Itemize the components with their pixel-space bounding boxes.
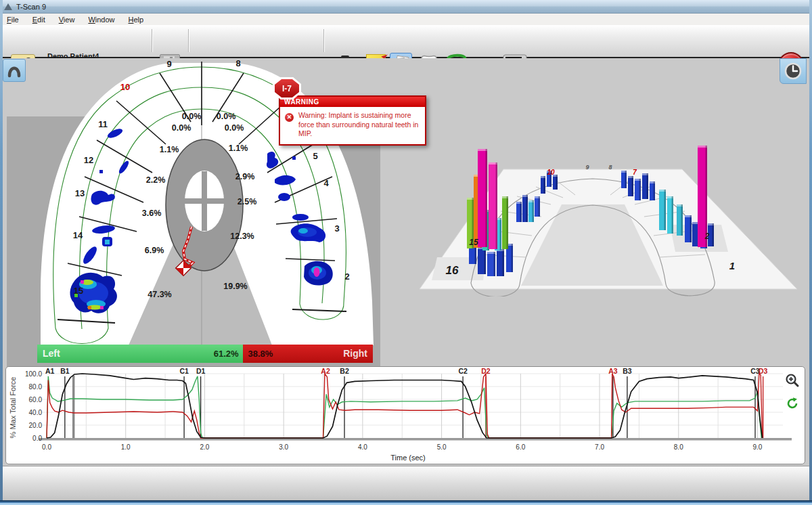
column-shade [503,249,505,276]
tooth-number: 11 [98,119,108,129]
tscan-window: { "window": {"title": "T-Scan 9"}, "menu… [0,0,812,505]
column-shade [496,162,498,249]
x-tick-label: 1.0 [121,443,131,451]
x-tick-label: 4.0 [358,443,367,451]
refresh-button[interactable] [784,395,800,412]
menu-bar: File Edit View Window Help [0,14,812,26]
separator [323,29,324,52]
left-percentage: 61.2% [214,349,239,359]
column-shade [533,200,535,222]
force-percentage: 47.3% [148,290,171,299]
menu-edit[interactable]: Edit [32,16,45,24]
force-percentage: 2.9% [235,172,255,181]
marker-label: D2 [481,367,491,375]
force-percentage: 0.0% [225,123,244,133]
column-shade [556,175,558,190]
force-vs-time-chart: 0.020.040.060.080.0100.00.01.02.03.04.05… [6,367,805,464]
warning-badge[interactable]: I-7 [273,77,301,100]
column-shade [484,247,487,274]
x-axis-title: Time (sec) [390,454,426,462]
tooth-number: 5 [313,151,317,161]
toolbar: Demo Patient4 Patient ID: 6789 Scan Date… [0,25,812,58]
tooth-number: 10 [120,82,130,92]
column-shade [486,149,488,247]
force-percentage: 0.0% [217,112,236,121]
x-tick-label: 2.0 [200,443,209,451]
window-border-right [809,0,812,505]
tooth-label-3d: 15 [469,238,478,247]
tooth-number: 13 [75,188,85,198]
marker-label: A3 [608,367,618,375]
force-percentage: 0.0% [182,112,202,121]
zoom-in-button[interactable] [784,372,800,389]
force-percentage: 6.9% [145,246,164,255]
column-shade [681,204,683,236]
column-shade [520,202,522,222]
x-tick-label: 8.0 [674,443,683,451]
column-shade [672,196,674,234]
y-tick-label: 20.0 [29,422,43,429]
x-tick-label: 3.0 [279,443,288,451]
column-shade [647,173,649,199]
series-total [47,374,763,438]
clock-button[interactable] [780,58,807,84]
menu-view[interactable]: View [59,16,75,24]
app-logo-icon [4,3,12,10]
series-right [47,374,763,438]
warning-text: Warning: Implant is sustaining more forc… [298,111,418,137]
menu-file[interactable]: File [7,16,19,24]
right-force-segment: 38.8% Right [243,345,373,363]
tooth-label-3d: 9 [585,164,589,171]
series-left [47,376,761,438]
y-tick-label: 80.0 [29,383,43,391]
force-percentage: 3.6% [142,208,162,218]
marker-label: D3 [759,367,768,375]
tooth-number: 8 [235,58,240,68]
column-shade [664,190,667,230]
y-tick-label: 40.0 [29,409,43,416]
menu-window[interactable]: Window [88,16,114,24]
x-axis-line [39,438,792,441]
column-shade [639,179,641,200]
column-shade [654,181,656,200]
column-shade [494,252,496,276]
left-force-segment: Left 61.2% [37,345,243,363]
force-percentage: 19.9% [223,282,247,291]
tooth-number: 15 [74,286,83,296]
force-percentage: 2.5% [238,197,257,206]
force-percentage: 0.0% [172,123,191,133]
marker-label: C2 [458,367,468,375]
force-percentage: 1.1% [160,145,179,154]
tooth-number: 4 [323,178,329,188]
tooth-label-3d: 8 [608,164,612,171]
column-shade [690,215,692,242]
right-percentage: 38.8% [248,349,273,359]
window-title: T-Scan 9 [16,3,46,11]
force-percentage: 1.1% [229,144,248,153]
column-shade [500,218,502,250]
marker-label: B3 [623,367,632,375]
force-percentage: 2.2% [146,175,166,185]
tooth-number: 12 [84,155,93,165]
window-border-bottom [0,500,812,505]
force-graph-panel: 0.020.040.060.080.0100.00.01.02.03.04.05… [5,366,805,464]
column-shade [713,223,715,246]
y-tick-label: 100.0 [25,370,42,378]
tooth-label-3d: 16 [446,264,459,277]
tooth-label-3d: 1 [729,260,735,271]
tooth-label-3d: 7 [633,169,637,176]
column-shade [512,244,514,272]
arch-view-button[interactable] [3,59,26,82]
warning-popup[interactable]: WARNING ✕ Warning: Implant is sustaining… [279,95,426,146]
error-icon: ✕ [285,113,294,122]
column-shade [526,195,528,222]
clock-icon [784,62,803,81]
cof-target [166,139,243,271]
x-tick-label: 0.0 [42,443,51,451]
window-border-left [0,0,3,505]
arch-glyph-small [6,63,22,78]
warning-badge-text: I-7 [282,84,292,93]
force-3d-view: 16152110798 [418,95,809,297]
tooth-number: 3 [334,223,339,234]
menu-help[interactable]: Help [129,16,144,24]
